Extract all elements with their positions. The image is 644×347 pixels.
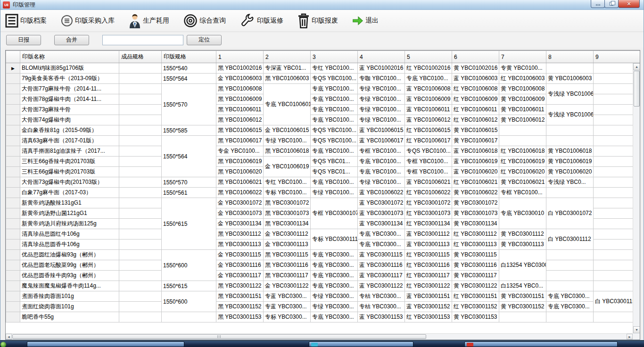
table-cell[interactable]: 专红 YBC0100... — [264, 177, 311, 188]
column-header[interactable]: 6 — [452, 51, 499, 63]
taskbar-button[interactable] — [27, 341, 184, 347]
table-cell[interactable]: 黄 YBC01006022 — [452, 188, 499, 198]
table-cell[interactable] — [119, 157, 162, 167]
table-cell[interactable]: 红 YBC01006017 — [405, 136, 452, 146]
toolbar-item-query[interactable]: 综合查询 — [183, 14, 226, 28]
table-cell[interactable]: 黑 YBC03001151 — [216, 291, 264, 302]
restore-button[interactable] — [604, 0, 619, 8]
toolbar-item-repair[interactable]: 印版返修 — [240, 13, 283, 28]
table-cell[interactable]: 黑 YBC01006015 — [216, 125, 264, 136]
table-cell[interactable] — [119, 260, 162, 271]
table-cell[interactable]: 专绿 YBC0100... — [358, 94, 405, 105]
table-cell[interactable]: 黄 YBC01006003 — [546, 74, 594, 84]
table-cell[interactable]: 黄 YBC03001151 — [499, 291, 546, 302]
table-cell[interactable]: 黑 YBC03001152 — [216, 302, 264, 312]
table-cell[interactable]: 红 YBC01006008 — [452, 84, 499, 94]
table-cell[interactable]: 专底 YBC0300... — [358, 229, 405, 240]
table-cell[interactable]: 专底 YBC0300... — [546, 291, 594, 302]
table-cell[interactable] — [162, 312, 216, 322]
table-cell[interactable] — [546, 136, 594, 146]
table-cell[interactable]: 蓝 YBC03001115 — [358, 250, 405, 260]
table-cell[interactable]: 1550*585 — [162, 125, 216, 136]
start-orb[interactable] — [0, 342, 6, 347]
table-cell[interactable] — [119, 63, 162, 74]
table-cell[interactable]: 黄 YBC01006021 — [499, 177, 546, 188]
table-cell[interactable] — [119, 208, 162, 219]
column-header[interactable]: 印版名称 — [20, 51, 119, 63]
table-cell[interactable]: 专QS YBC0100... — [311, 136, 358, 146]
table-cell[interactable]: 红 YBC03001117 — [405, 271, 452, 281]
table-cell[interactable]: 红 YBC03001151 — [452, 291, 499, 302]
row-selector[interactable] — [6, 146, 20, 157]
table-cell[interactable]: 黑 YBC03001072 — [264, 198, 311, 208]
table-cell[interactable]: 专标 YBC0100... — [264, 188, 311, 198]
column-header[interactable]: 7 — [499, 51, 546, 63]
table-cell[interactable]: 专框 YBC03001072 — [311, 198, 358, 229]
table-cell[interactable]: 黄 YBC01002016 — [452, 63, 499, 74]
table-cell[interactable] — [499, 125, 546, 136]
table-cell[interactable]: 红 YBC03001153 — [405, 312, 452, 322]
scroll-left-arrow-icon[interactable]: ◄ — [6, 334, 12, 339]
table-cell[interactable]: 黄 YBC01006011 — [499, 105, 546, 115]
table-cell[interactable]: 蓝 YBC03001117 — [358, 271, 405, 281]
row-selector[interactable] — [6, 167, 20, 177]
table-cell[interactable]: 金 YBC03001113 — [264, 240, 311, 250]
row-selector[interactable] — [6, 250, 20, 260]
table-cell[interactable]: 黑 YBC01006017 — [216, 136, 264, 146]
table-cell[interactable]: 蓝 YBC03001151 — [405, 291, 452, 302]
table-cell[interactable]: 红 YBC03001073 — [405, 208, 452, 219]
table-cell[interactable]: 黑 YBC03001153 — [216, 312, 264, 322]
table-cell[interactable]: 黄 YBC01006009 — [499, 94, 546, 105]
table-cell[interactable]: 蓝 YBC03001152 — [405, 302, 452, 312]
table-cell[interactable]: 1550*600 — [162, 291, 216, 312]
table-cell[interactable] — [546, 188, 594, 198]
table-cell[interactable] — [119, 105, 162, 115]
scroll-down-arrow-icon[interactable]: ▼ — [633, 326, 640, 333]
table-cell[interactable]: 蓝 YBC01006017 — [358, 136, 405, 146]
table-cell[interactable]: 专咖 YBC0100... — [358, 74, 405, 84]
table-cell[interactable] — [119, 250, 162, 260]
table-cell[interactable]: 黑 YBC01006008 — [216, 84, 264, 94]
table-cell[interactable]: 专框 YBC0100... — [358, 146, 405, 157]
table-cell[interactable]: 金 YBC03001116 — [216, 260, 264, 271]
table-cell[interactable]: 红 YBC03001115 — [405, 250, 452, 260]
table-cell[interactable]: 优品思圆老坛酸菜99g（郴州） — [20, 260, 119, 271]
table-cell[interactable]: 三料王66g爆椒牛肉201703版 — [20, 167, 119, 177]
table-cell[interactable] — [119, 312, 162, 322]
table-cell[interactable]: 黑 YBC03001134 — [264, 219, 311, 229]
table-cell[interactable]: 蓝 YBC03001112 — [405, 229, 452, 240]
table-cell[interactable]: 大骨面74g爆椒牛肉 — [20, 115, 119, 125]
table-cell[interactable]: 蓝 YBC03001113 — [405, 240, 452, 250]
horizontal-scrollbar[interactable]: ◄ ► — [6, 333, 633, 339]
table-cell[interactable]: 红 YBC03001134 — [405, 219, 452, 229]
row-selector[interactable] — [6, 136, 20, 146]
row-selector[interactable] — [6, 115, 20, 125]
table-cell[interactable]: 专底 YBC0300... — [311, 260, 358, 271]
close-button[interactable]: ✕ — [618, 0, 640, 8]
toolbar-item-scrap[interactable]: 印版报废 — [297, 13, 338, 28]
table-cell[interactable] — [546, 312, 594, 322]
table-cell[interactable] — [119, 291, 162, 302]
table-cell[interactable] — [546, 125, 594, 136]
table-cell[interactable]: 1550*564 — [162, 136, 216, 177]
table-cell[interactable]: 黄 YBC01006019 — [546, 157, 594, 167]
vertical-scrollbar[interactable]: ▲ ▼ — [633, 63, 640, 333]
table-cell[interactable]: 红 YBC01006018 — [499, 146, 546, 157]
table-cell[interactable]: 专底 YBC0100... — [311, 177, 358, 188]
table-cell[interactable]: 1550*570 — [162, 177, 216, 188]
scroll-up-arrow-icon[interactable]: ▲ — [633, 63, 640, 70]
table-cell[interactable]: 白象77g麻牛面（2017-03） — [20, 188, 119, 198]
table-cell[interactable]: 黄 YBC01006008 — [499, 84, 546, 94]
table-cell[interactable]: 优品思圆红油爆椒93g（郴州） — [20, 250, 119, 260]
row-selector[interactable] — [6, 271, 20, 281]
table-cell[interactable]: 清真手擀面81g油泼辣子（2017... — [20, 146, 119, 157]
table-cell[interactable]: 专深蓝 YBC01... — [264, 63, 311, 74]
table-cell[interactable]: 专底 YBC0300... — [358, 240, 405, 250]
table-cell[interactable]: 专底 YBC0100... — [358, 157, 405, 167]
table-cell[interactable]: 黑 YBC01006022 — [216, 188, 264, 198]
table-cell[interactable]: 白13254 YBC0... — [499, 281, 546, 291]
table-cell[interactable]: 专标 YBC03001112 — [311, 229, 358, 250]
table-cell[interactable]: 蓝 YBC01006015 — [358, 125, 405, 136]
table-cell[interactable]: 专底 YBC0100... — [311, 105, 358, 115]
table-cell[interactable]: 新黄帝鸡汤川府辣鸡汤面125g — [20, 219, 119, 229]
